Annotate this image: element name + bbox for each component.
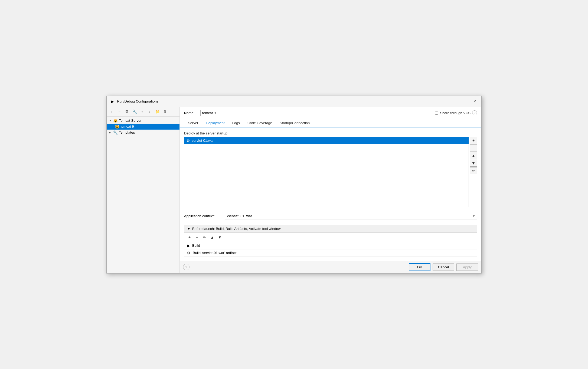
tomcat9-item[interactable]: 🐱 tomcat 9: [107, 124, 179, 130]
tomcat9-label: tomcat 9: [120, 124, 134, 129]
before-launch-section: ▼ Before launch: Build, Build Artifacts,…: [184, 225, 477, 257]
before-launch-header[interactable]: ▼ Before launch: Build, Build Artifacts,…: [184, 225, 477, 233]
before-launch-add-button[interactable]: +: [186, 234, 193, 241]
launch-item-1-icon: ⚙: [187, 251, 191, 255]
help-icon[interactable]: ?: [472, 110, 477, 115]
name-label: Name:: [184, 111, 198, 115]
folder-button[interactable]: 📁: [154, 108, 161, 115]
templates-icon: 🔧: [113, 130, 118, 135]
share-label: Share through VCS: [440, 111, 471, 115]
templates-expand-icon: ▶: [109, 131, 112, 134]
deploy-edit-button[interactable]: ✏: [470, 167, 477, 174]
before-launch-list: ▶ Build ⚙ Build 'servlet-01:war' artifac…: [184, 242, 477, 257]
move-down-button[interactable]: ↓: [146, 108, 153, 115]
name-row: Name: Share through VCS ?: [180, 107, 481, 119]
tab-deployment[interactable]: Deployment: [202, 119, 228, 127]
before-launch-down-button[interactable]: ▼: [216, 234, 223, 241]
deploy-item-icon: ⚙: [187, 139, 190, 143]
deploy-side-buttons: + − ▲ ▼ ✏: [470, 137, 477, 207]
tomcat-server-label: Tomcat Server: [119, 118, 142, 123]
remove-config-button[interactable]: −: [116, 108, 123, 115]
move-up-button[interactable]: ↑: [139, 108, 146, 115]
title-bar-left: ▶ Run/Debug Configurations: [110, 99, 158, 104]
tab-server[interactable]: Server: [184, 119, 202, 127]
before-launch-remove-button[interactable]: −: [194, 234, 201, 241]
cancel-button[interactable]: Cancel: [433, 263, 454, 271]
deploy-item-text: servlet-01:war: [192, 139, 214, 143]
deploy-add-button[interactable]: +: [470, 137, 477, 144]
tomcat-server-group: ▼ 🐱 Tomcat Server 🐱 tomcat 9: [107, 118, 179, 130]
tomcat-server-icon: 🐱: [113, 118, 118, 123]
before-launch-edit-button[interactable]: ✏: [201, 234, 208, 241]
deploy-section: Deploy at the server startup ⚙ servlet-0…: [184, 131, 477, 207]
run-debug-dialog: ▶ Run/Debug Configurations × + − ⧉ 🔧 ↑ ↓…: [106, 96, 482, 274]
tabs-bar: Server Deployment Logs Code Coverage Sta…: [180, 119, 481, 127]
dialog-body: + − ⧉ 🔧 ↑ ↓ 📁 ⇅ ▼ 🐱 Tomcat Server 🐱: [107, 107, 481, 273]
launch-item-1-text: Build 'servlet-01:war' artifact: [193, 251, 237, 255]
add-config-button[interactable]: +: [108, 108, 115, 115]
deploy-down-button[interactable]: ▼: [470, 160, 477, 167]
app-context-select-wrapper: /servlet_01_war: [225, 213, 477, 219]
before-launch-toolbar: + − ✏ ▲ ▼: [184, 233, 477, 242]
launch-item-0-icon: ▶: [187, 243, 190, 248]
tomcat9-icon: 🐱: [115, 124, 119, 129]
title-bar: ▶ Run/Debug Configurations ×: [107, 96, 481, 107]
tomcat-server-header[interactable]: ▼ 🐱 Tomcat Server: [107, 118, 179, 124]
launch-item-1[interactable]: ⚙ Build 'servlet-01:war' artifact: [184, 249, 477, 257]
before-launch-expand-icon: ▼: [187, 227, 191, 231]
app-context-row: Application context: /servlet_01_war: [184, 210, 477, 222]
apply-button[interactable]: Apply: [456, 263, 478, 271]
content-area: Deploy at the server startup ⚙ servlet-0…: [180, 127, 481, 261]
share-area: Share through VCS ?: [435, 110, 477, 115]
deploy-section-label: Deploy at the server startup: [184, 131, 477, 135]
left-panel: + − ⧉ 🔧 ↑ ↓ 📁 ⇅ ▼ 🐱 Tomcat Server 🐱: [107, 107, 180, 273]
deploy-item-0[interactable]: ⚙ servlet-01:war: [184, 137, 469, 144]
close-button[interactable]: ×: [472, 98, 478, 105]
name-input[interactable]: [200, 110, 432, 116]
launch-item-0[interactable]: ▶ Build: [184, 242, 477, 249]
templates-item[interactable]: ▶ 🔧 Templates: [107, 130, 179, 136]
dialog-title: Run/Debug Configurations: [117, 99, 158, 103]
right-panel: Name: Share through VCS ? Server Deploym…: [180, 107, 481, 273]
app-context-label: Application context:: [184, 214, 222, 218]
deploy-list: ⚙ servlet-01:war: [184, 137, 469, 207]
app-icon: ▶: [110, 99, 115, 104]
deploy-remove-button[interactable]: −: [470, 144, 477, 151]
tab-startup-connection[interactable]: Startup/Connection: [276, 119, 313, 127]
tab-code-coverage[interactable]: Code Coverage: [244, 119, 276, 127]
left-toolbar: + − ⧉ 🔧 ↑ ↓ 📁 ⇅: [107, 107, 179, 117]
tab-logs[interactable]: Logs: [228, 119, 244, 127]
share-checkbox[interactable]: [435, 111, 438, 115]
ok-button[interactable]: OK: [409, 263, 430, 271]
sort-button[interactable]: ⇅: [161, 108, 168, 115]
deploy-up-button[interactable]: ▲: [470, 152, 477, 159]
copy-config-button[interactable]: ⧉: [123, 108, 130, 115]
dialog-footer: ? OK Cancel Apply: [180, 261, 481, 273]
templates-label: Templates: [119, 130, 135, 134]
deploy-list-container: ⚙ servlet-01:war + − ▲ ▼ ✏: [184, 137, 477, 207]
help-button[interactable]: ?: [183, 264, 190, 270]
expand-icon: ▼: [109, 119, 112, 122]
launch-item-0-text: Build: [192, 243, 200, 248]
config-tree: ▼ 🐱 Tomcat Server 🐱 tomcat 9 ▶ 🔧 Templat…: [107, 117, 179, 273]
wrench-button[interactable]: 🔧: [131, 108, 138, 115]
before-launch-up-button[interactable]: ▲: [209, 234, 216, 241]
app-context-select[interactable]: /servlet_01_war: [225, 213, 477, 219]
before-launch-title: Before launch: Build, Build Artifacts, A…: [192, 227, 281, 231]
